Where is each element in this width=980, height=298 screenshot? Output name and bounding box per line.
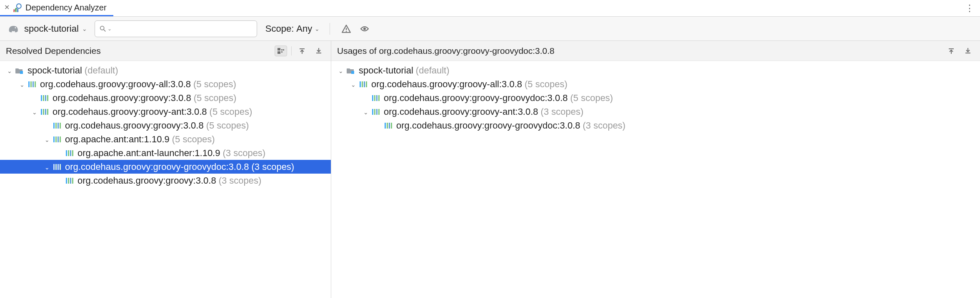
analyzer-toolbar: spock-tutorial ⌄ ⌄ Scope: Any ⌄ [0,17,980,41]
tree-item-suffix: (5 scopes) [193,79,236,90]
tab-label: Dependency Analyzer [25,3,107,13]
search-input[interactable]: ⌄ [95,20,257,37]
tree-item-label: org.codehaus.groovy:groovy-all:3.0.8 [371,79,522,90]
library-icon [65,149,74,157]
tree-item-suffix: (default) [85,65,118,76]
chevron-down-icon[interactable]: ⌄ [43,164,51,171]
library-icon [52,135,62,144]
tab-dependency-analyzer[interactable]: ✕ Dependency Analyzer [0,0,113,16]
tree-row[interactable]: ⌄org.codehaus.groovy:groovy-groovydoc:3.… [0,160,331,174]
tree-item-label: org.codehaus.groovy:groovy-groovydoc:3.0… [396,120,580,131]
eye-icon[interactable] [358,24,371,33]
tree-item-label: org.codehaus.groovy:groovy-ant:3.0.8 [384,106,538,117]
library-icon [52,163,62,171]
tree-item-suffix: (5 scopes) [525,79,568,90]
scope-value: Any [296,23,312,34]
chevron-down-icon: ⌄ [82,25,87,32]
tree-item-suffix: (3 scopes) [222,148,265,159]
more-vert-icon[interactable]: ⋮ [959,3,980,14]
chevron-down-icon: ⌄ [315,25,320,32]
panel-header: Resolved Dependencies [0,41,331,61]
library-icon [52,121,62,130]
tree-row[interactable]: ▾org.apache.ant:ant-launcher:1.10.9(3 sc… [0,146,331,160]
analyzer-icon [13,3,22,12]
tree-row[interactable]: ⌄org.codehaus.groovy:groovy-ant:3.0.8(3 … [331,105,980,119]
close-icon[interactable]: ✕ [4,4,10,11]
usages-panel: Usages of org.codehaus.groovy:groovy-gro… [331,41,980,298]
chevron-down-icon[interactable]: ⌄ [31,109,38,116]
tree-item-suffix: (3 scopes) [219,175,262,186]
tree-item-label: org.apache.ant:ant-launcher:1.10.9 [78,148,220,159]
library-icon [65,177,74,185]
separator [291,46,292,56]
tree-row[interactable]: ▾org.codehaus.groovy:groovy:3.0.8(3 scop… [0,174,331,187]
tree-row[interactable]: ⌄org.apache.ant:ant:1.10.9(5 scopes) [0,132,331,146]
tree-item-suffix: (3 scopes) [251,162,294,172]
tree-row[interactable]: ▾org.codehaus.groovy:groovy-groovydoc:3.… [331,91,980,105]
chevron-down-icon[interactable]: ⌄ [362,109,370,116]
expand-all-icon[interactable] [945,45,958,56]
search-icon [99,25,107,33]
library-icon [384,121,393,130]
tree-row[interactable]: ⌄spock-tutorial(default) [0,63,331,77]
collapse-all-icon[interactable] [312,45,325,56]
library-icon [40,94,49,102]
folder-icon [15,66,24,75]
chevron-down-icon[interactable]: ⌄ [18,81,26,88]
resolved-dependencies-panel: Resolved Dependencies ⌄spock-tutorial(de… [0,41,331,298]
chevron-down-icon[interactable]: ⌄ [6,68,13,74]
tree-row[interactable]: ▾org.codehaus.groovy:groovy-groovydoc:3.… [331,119,980,132]
tree-item-suffix: (default) [416,65,450,76]
tree-item-label: org.codehaus.groovy:groovy-all:3.0.8 [40,79,191,90]
chevron-down-icon[interactable]: ⌄ [350,81,357,88]
search-field[interactable] [115,24,252,33]
panel-title: Usages of org.codehaus.groovy:groovy-gro… [337,46,555,56]
warning-triangle-icon[interactable] [340,24,352,34]
expand-all-icon[interactable] [296,45,308,56]
usages-tree[interactable]: ⌄spock-tutorial(default)⌄org.codehaus.gr… [331,61,980,298]
gradle-elephant-icon [8,23,18,34]
library-icon [371,94,380,102]
tool-window-tabs: ✕ Dependency Analyzer ⋮ [0,0,980,17]
tree-item-label: org.codehaus.groovy:groovy-groovydoc:3.0… [65,162,249,172]
tree-item-label: org.codehaus.groovy:groovy-groovydoc:3.0… [384,93,568,104]
library-icon [40,108,49,116]
panel-header: Usages of org.codehaus.groovy:groovy-gro… [331,41,980,61]
tree-row[interactable]: ⌄org.codehaus.groovy:groovy-all:3.0.8(5 … [0,77,331,91]
tree-item-label: org.codehaus.groovy:groovy:3.0.8 [52,93,191,104]
tree-row[interactable]: ⌄org.codehaus.groovy:groovy-all:3.0.8(5 … [331,77,980,91]
library-icon [359,80,368,88]
tree-item-label: org.codehaus.groovy:groovy:3.0.8 [65,120,204,131]
tree-row[interactable]: ▾org.codehaus.groovy:groovy:3.0.8(5 scop… [0,91,331,105]
tree-item-label: org.codehaus.groovy:groovy-ant:3.0.8 [52,106,207,117]
dependency-tree[interactable]: ⌄spock-tutorial(default)⌄org.codehaus.gr… [0,61,331,298]
tree-item-suffix: (3 scopes) [541,106,584,117]
scope-label: Scope: [265,23,294,34]
scope-selector[interactable]: Scope: Any ⌄ [265,23,320,34]
tree-item-label: org.codehaus.groovy:groovy:3.0.8 [78,175,216,186]
tree-row[interactable]: ⌄spock-tutorial(default) [331,63,980,77]
tree-item-suffix: (5 scopes) [210,106,252,117]
tree-item-label: spock-tutorial [28,65,82,76]
module-selector[interactable]: spock-tutorial ⌄ [24,23,89,34]
chevron-down-icon[interactable]: ⌄ [43,136,51,143]
library-icon [371,108,380,116]
collapse-all-icon[interactable] [962,45,974,56]
separator [330,23,330,35]
tree-item-suffix: (5 scopes) [194,93,237,104]
folder-icon [346,66,355,75]
tree-row[interactable]: ⌄org.codehaus.groovy:groovy-ant:3.0.8(5 … [0,105,331,119]
tree-item-suffix: (5 scopes) [206,120,249,131]
tree-item-suffix: (5 scopes) [172,134,215,145]
panel-title: Resolved Dependencies [6,46,101,56]
chevron-down-icon[interactable]: ⌄ [337,68,345,74]
tree-item-label: org.apache.ant:ant:1.10.9 [65,134,170,145]
tree-item-suffix: (5 scopes) [570,93,613,104]
show-as-tree-icon[interactable] [275,45,287,56]
tree-item-suffix: (3 scopes) [582,120,625,131]
tree-row[interactable]: ▾org.codehaus.groovy:groovy:3.0.8(5 scop… [0,119,331,132]
tree-item-label: spock-tutorial [359,65,413,76]
chevron-down-icon: ⌄ [108,26,112,32]
module-name: spock-tutorial [24,23,79,34]
library-icon [28,80,37,88]
